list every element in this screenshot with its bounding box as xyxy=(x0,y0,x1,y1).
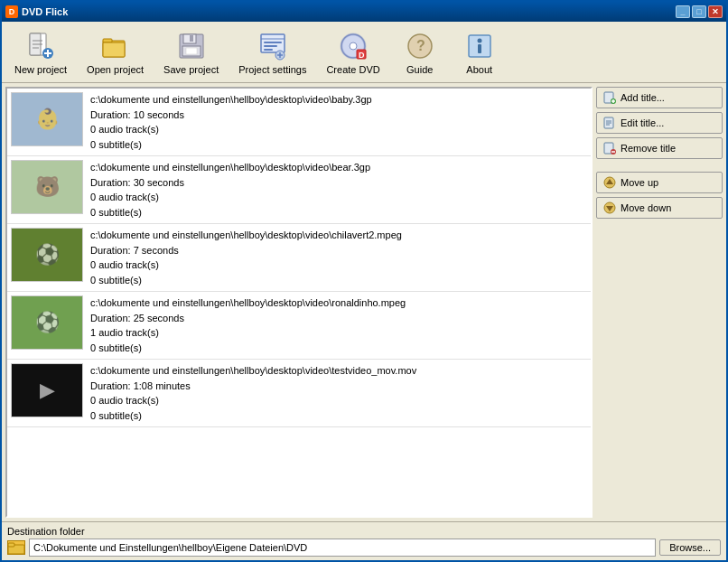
about-label: About xyxy=(466,64,492,75)
video-list-wrapper: 👶c:\dokumente und einstellungen\hellboy\… xyxy=(7,89,591,516)
video-list-item[interactable]: 🐻c:\dokumente und einstellungen\hellboy\… xyxy=(7,156,591,224)
video-list-panel: 👶c:\dokumente und einstellungen\hellboy\… xyxy=(5,87,593,518)
toolbar-open-project[interactable]: Open project xyxy=(79,26,151,79)
svg-rect-14 xyxy=(186,48,197,54)
svg-rect-9 xyxy=(103,39,112,42)
minimize-button[interactable]: _ xyxy=(676,5,690,18)
add-title-label: Add title... xyxy=(621,92,665,103)
video-list-item[interactable]: ⚽c:\dokumente und einstellungen\hellboy\… xyxy=(7,224,591,292)
move-down-label: Move down xyxy=(621,202,671,213)
move-up-button[interactable]: Move up xyxy=(596,172,723,193)
toolbar: New project Open project xyxy=(2,22,726,83)
toolbar-guide[interactable]: ? Guide xyxy=(393,26,447,79)
video-list-scroll[interactable]: 👶c:\dokumente und einstellungen\hellboy\… xyxy=(7,89,591,516)
edit-title-label: Edit title... xyxy=(621,117,664,128)
destination-label: Destination folder xyxy=(7,526,721,537)
save-project-icon xyxy=(175,30,208,62)
video-thumbnail: ⚽ xyxy=(11,295,83,350)
remove-title-icon xyxy=(602,141,617,155)
video-list-item[interactable]: 👶c:\dokumente und einstellungen\hellboy\… xyxy=(7,89,591,156)
svg-rect-19 xyxy=(264,45,277,47)
svg-text:?: ? xyxy=(416,38,425,53)
create-dvd-icon: D xyxy=(337,30,369,62)
titlebar-title: D DVD Flick xyxy=(5,5,68,18)
svg-text:D: D xyxy=(359,51,365,60)
new-project-label: New project xyxy=(14,64,67,75)
move-down-button[interactable]: Move down xyxy=(596,197,723,219)
add-title-button[interactable]: Add title... xyxy=(596,87,723,108)
open-project-icon xyxy=(99,30,132,62)
app-icon: D xyxy=(5,5,18,18)
edit-title-icon xyxy=(602,116,617,130)
move-up-icon xyxy=(602,175,617,190)
move-up-label: Move up xyxy=(621,177,658,188)
move-down-icon xyxy=(602,201,617,215)
toolbar-about[interactable]: About xyxy=(453,26,507,79)
svg-rect-33 xyxy=(478,44,481,53)
remove-title-label: Remove title xyxy=(621,143,676,154)
svg-rect-10 xyxy=(103,42,125,57)
guide-icon: ? xyxy=(404,30,436,62)
svg-rect-15 xyxy=(190,35,193,42)
video-thumbnail: ▶ xyxy=(11,363,83,417)
toolbar-save-project[interactable]: Save project xyxy=(156,26,226,79)
project-settings-icon xyxy=(257,30,289,62)
video-thumbnail: 🐻 xyxy=(11,160,83,214)
new-project-icon xyxy=(24,30,57,62)
add-title-icon xyxy=(602,90,617,105)
close-button[interactable]: ✕ xyxy=(708,5,723,18)
app-title: DVD Flick xyxy=(22,6,68,17)
destination-path-input[interactable] xyxy=(29,539,656,557)
toolbar-new-project[interactable]: New project xyxy=(7,26,74,79)
video-info: c:\dokumente und einstellungen\hellboy\d… xyxy=(90,295,587,355)
bottom-bar: Destination folder Browse... xyxy=(2,521,726,560)
video-info: c:\dokumente und einstellungen\hellboy\d… xyxy=(90,228,587,287)
about-icon xyxy=(463,30,496,62)
toolbar-create-dvd[interactable]: D Create DVD xyxy=(319,26,387,79)
right-panel: Add title... Edit title... xyxy=(596,87,723,518)
svg-point-25 xyxy=(350,42,357,50)
svg-rect-18 xyxy=(264,42,282,43)
app-window: D DVD Flick _ □ ✕ xyxy=(0,0,728,562)
main-content: 👶c:\dokumente und einstellungen\hellboy\… xyxy=(2,83,726,521)
svg-point-32 xyxy=(477,38,481,42)
video-thumbnail: 👶 xyxy=(11,92,83,146)
create-dvd-label: Create DVD xyxy=(326,64,379,75)
remove-title-button[interactable]: Remove title xyxy=(596,137,723,159)
project-settings-label: Project settings xyxy=(238,64,306,75)
destination-row: Browse... xyxy=(7,539,721,557)
titlebar: D DVD Flick _ □ ✕ xyxy=(2,2,726,22)
video-info: c:\dokumente und einstellungen\hellboy\d… xyxy=(90,363,587,423)
save-project-label: Save project xyxy=(163,64,219,75)
video-list-item[interactable]: ⚽c:\dokumente und einstellungen\hellboy\… xyxy=(7,292,591,360)
svg-rect-20 xyxy=(264,49,273,51)
folder-icon xyxy=(7,540,25,555)
open-project-label: Open project xyxy=(87,64,144,75)
toolbar-project-settings[interactable]: Project settings xyxy=(231,26,313,79)
browse-button[interactable]: Browse... xyxy=(659,539,721,556)
titlebar-controls: _ □ ✕ xyxy=(676,5,723,18)
video-list-item[interactable]: ▶c:\dokumente und einstellungen\hellboy\… xyxy=(7,360,591,427)
button-spacer xyxy=(596,163,723,168)
guide-label: Guide xyxy=(406,64,433,75)
maximize-button[interactable]: □ xyxy=(692,5,706,18)
video-info: c:\dokumente und einstellungen\hellboy\d… xyxy=(90,92,587,152)
video-thumbnail: ⚽ xyxy=(11,228,83,282)
svg-rect-50 xyxy=(8,543,14,547)
video-info: c:\dokumente und einstellungen\hellboy\d… xyxy=(90,160,587,220)
edit-title-button[interactable]: Edit title... xyxy=(596,112,723,134)
